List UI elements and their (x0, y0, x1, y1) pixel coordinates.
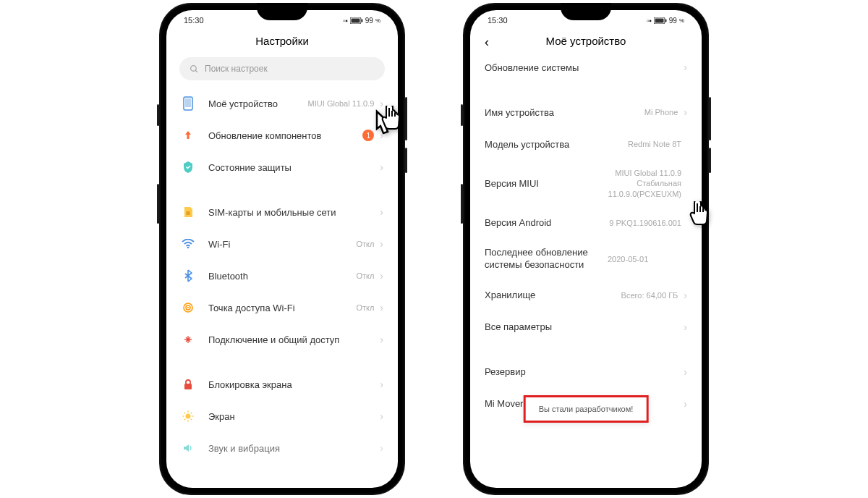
item-value: 2020-05-01 (608, 254, 648, 264)
battery-percent: 99 (365, 17, 373, 25)
chevron-right-icon: › (380, 379, 383, 390)
item-hotspot[interactable]: Точка доступа Wi-Fi Откл › (166, 292, 398, 324)
page-title: Настройки (166, 30, 398, 51)
svg-point-13 (186, 414, 191, 419)
item-device-name[interactable]: Имя устройства Mi Phone › (470, 96, 702, 128)
item-label: Моё устройство (208, 98, 308, 109)
chevron-right-icon: › (684, 62, 687, 73)
item-label: Точка доступа Wi-Fi (208, 303, 356, 313)
item-value: 9 PKQ1.190616.001 (609, 218, 681, 228)
item-value: Откл (356, 239, 374, 249)
chevron-right-icon: › (684, 290, 687, 301)
share-icon (181, 332, 195, 347)
svg-line-18 (184, 413, 185, 413)
item-display[interactable]: Экран › (166, 400, 398, 432)
status-bar: 15:30 ▫▪ 99% (470, 10, 702, 30)
status-right: ▫▪ 99% (343, 17, 380, 25)
phone-right: 15:30 ▫▪ 99% ‹ Моё устройство Обновление… (463, 3, 709, 495)
item-label: Подключение и общий доступ (208, 334, 380, 345)
battery-icon (654, 17, 667, 24)
item-label: Резервир (485, 366, 684, 377)
svg-rect-7 (187, 211, 190, 215)
shield-icon (181, 160, 195, 174)
item-component-update[interactable]: Обновление компонентов 1 › (166, 119, 398, 151)
item-label: Блокировка экрана (208, 379, 380, 390)
chevron-right-icon: › (380, 206, 383, 218)
search-icon (190, 64, 199, 74)
item-label: Версия MIUI (485, 178, 608, 189)
item-value: Откл (356, 271, 374, 281)
svg-rect-12 (184, 384, 192, 389)
svg-rect-24 (665, 19, 666, 22)
item-label: Экран (208, 411, 380, 422)
chevron-right-icon: › (380, 410, 383, 422)
svg-point-8 (187, 247, 190, 249)
item-label: Bluetooth (208, 271, 356, 282)
item-security-update[interactable]: Последнее обновление системы безопасност… (470, 239, 702, 279)
hotspot-icon (181, 300, 195, 315)
item-value: Mi Phone (644, 107, 678, 117)
chevron-right-icon: › (380, 302, 383, 313)
svg-line-21 (191, 413, 192, 413)
status-bar: 15:30 ▫▪ 99% (166, 10, 398, 30)
svg-rect-1 (351, 18, 359, 22)
item-value: Откл (356, 303, 374, 313)
item-label: Хранилище (485, 290, 621, 300)
bluetooth-icon (181, 269, 195, 283)
item-device-model[interactable]: Модель устройства Redmi Note 8T (470, 128, 702, 160)
chevron-right-icon: › (380, 334, 383, 345)
item-label: Обновление компонентов (208, 130, 362, 141)
item-bluetooth[interactable]: Bluetooth Откл › (166, 260, 398, 292)
phone-icon (181, 96, 195, 111)
item-label: Имя устройства (485, 107, 644, 118)
item-label: Состояние защиты (208, 162, 380, 173)
item-my-device[interactable]: Моё устройство MIUI Global 11.0.9 › (166, 88, 398, 119)
item-lock-screen[interactable]: Блокировка экрана › (166, 368, 398, 400)
svg-line-20 (184, 419, 185, 420)
svg-rect-23 (655, 18, 663, 22)
brightness-icon (181, 409, 195, 423)
search-placeholder: Поиск настроек (205, 64, 268, 74)
item-value: Redmi Note 8T (628, 139, 681, 149)
back-button[interactable]: ‹ (485, 35, 489, 50)
item-label: Обновление системы (485, 62, 684, 73)
svg-rect-6 (185, 98, 191, 107)
upload-icon (181, 128, 195, 143)
item-label: Последнее обновление системы безопасност… (485, 247, 608, 271)
cursor-icon (674, 201, 710, 241)
item-sim[interactable]: SIM-карты и мобильные сети › (166, 196, 398, 228)
item-security-status[interactable]: Состояние защиты › (166, 151, 398, 183)
item-label: Звук и вибрация (208, 443, 380, 454)
screen-right: 15:30 ▫▪ 99% ‹ Моё устройство Обновление… (470, 10, 702, 488)
item-value: Всего: 64,00 ГБ (621, 290, 678, 300)
status-time: 15:30 (488, 16, 508, 25)
developer-toast: Вы стали разработчиком! (524, 395, 649, 423)
chevron-right-icon: › (380, 442, 383, 454)
item-wifi[interactable]: Wi-Fi Откл › (166, 228, 398, 260)
item-connection-share[interactable]: Подключение и общий доступ › (166, 324, 398, 355)
wifi-icon (181, 237, 195, 251)
item-all-specs[interactable]: Все параметры › (470, 311, 702, 343)
chevron-right-icon: › (684, 366, 687, 378)
search-input[interactable]: Поиск настроек (179, 57, 385, 80)
sim-icon (181, 205, 195, 219)
item-backup[interactable]: Резервир › (470, 356, 702, 388)
chevron-right-icon: › (380, 270, 383, 282)
battery-icon (350, 17, 363, 24)
svg-point-11 (187, 307, 189, 308)
item-label: Модель устройства (485, 139, 628, 150)
item-android-version[interactable]: Версия Android 9 PKQ1.190616.001 (470, 207, 702, 239)
settings-list: Моё устройство MIUI Global 11.0.9 › Обно… (166, 88, 398, 464)
item-sound[interactable]: Звук и вибрация › (166, 432, 398, 464)
chevron-right-icon: › (380, 238, 383, 250)
status-time: 15:30 (184, 16, 204, 25)
chevron-right-icon: › (380, 161, 383, 173)
item-miui-version[interactable]: Версия MIUI MIUI Global 11.0.9 Стабильна… (470, 160, 702, 207)
item-label: Все параметры (485, 321, 684, 332)
item-system-update[interactable]: Обновление системы › (470, 51, 702, 83)
item-storage[interactable]: Хранилище Всего: 64,00 ГБ › (470, 279, 702, 311)
svg-point-3 (191, 65, 197, 71)
svg-line-19 (191, 419, 192, 420)
item-value: MIUI Global 11.0.9 (308, 98, 375, 109)
chevron-right-icon: › (684, 321, 687, 333)
